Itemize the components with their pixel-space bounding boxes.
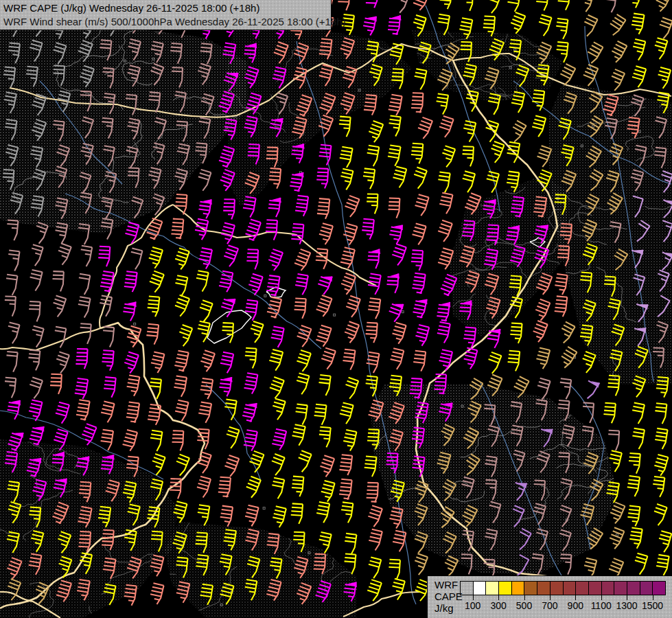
legend-swatch <box>537 581 551 595</box>
legend-swatch <box>524 581 537 595</box>
legend-tick-mark <box>601 595 602 600</box>
legend-swatch <box>575 581 589 595</box>
title-line-cape: WRF CAPE (J/kg) Wednesday 26-11-2025 18:… <box>3 1 331 15</box>
legend-tick-mark <box>498 595 499 600</box>
legend-tick-label: 1500 <box>638 600 668 611</box>
legend-swatch <box>588 581 602 595</box>
weather-map-view: WRF CAPE (J/kg) Wednesday 26-11-2025 18:… <box>0 0 672 618</box>
legend-colorbar <box>460 581 666 595</box>
legend-swatch <box>511 581 525 595</box>
legend-swatch <box>498 581 512 595</box>
legend-label-model: WRF <box>435 579 463 591</box>
legend-tick-mark <box>653 595 653 600</box>
legend-tick-mark <box>575 595 576 600</box>
legend-swatch <box>485 581 499 595</box>
legend-swatch <box>473 581 487 595</box>
legend-tick-mark <box>473 595 474 600</box>
cape-legend: WRF CAPE J/kg 10030050070090011001300150… <box>427 575 672 618</box>
legend-swatch <box>652 581 666 595</box>
legend-swatch <box>550 581 564 595</box>
legend-swatch <box>614 581 627 595</box>
legend-swatch <box>627 581 640 595</box>
legend-tick-mark <box>550 595 551 600</box>
legend-swatch <box>563 581 577 595</box>
legend-swatch <box>601 581 615 595</box>
title-bar: WRF CAPE (J/kg) Wednesday 26-11-2025 18:… <box>0 0 332 30</box>
legend-tick-mark <box>627 595 627 600</box>
legend-swatch <box>640 581 653 595</box>
legend-tick-mark <box>524 595 525 600</box>
title-line-shear: WRF Wind shear (m/s) 500/1000hPa Wednesd… <box>3 15 331 29</box>
legend-swatch <box>460 581 474 595</box>
map-canvas <box>0 0 672 618</box>
